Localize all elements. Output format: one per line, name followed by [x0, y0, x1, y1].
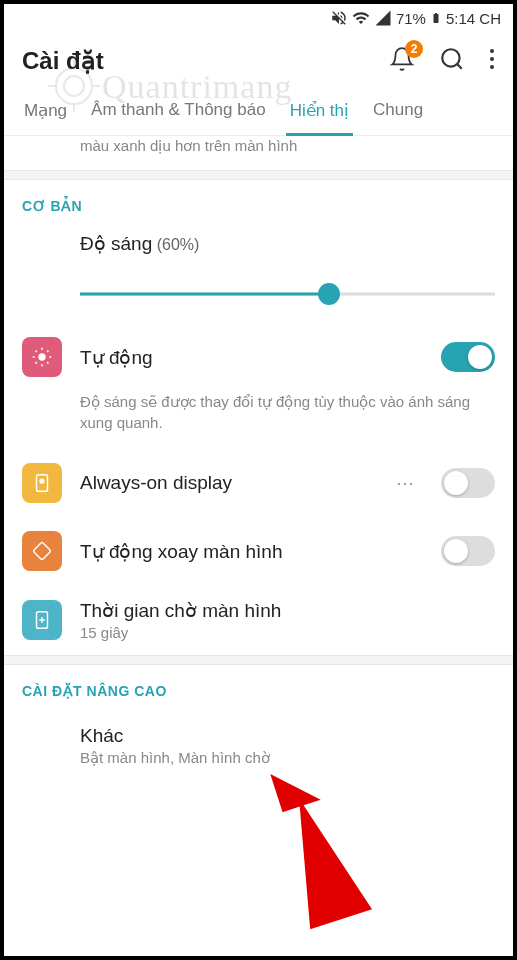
more-dots-icon[interactable]: ⋯ — [396, 472, 415, 494]
svg-rect-16 — [33, 542, 51, 560]
signal-icon — [374, 9, 392, 27]
notification-badge: 2 — [405, 40, 423, 58]
always-on-label: Always-on display — [80, 472, 378, 494]
wifi-icon — [352, 9, 370, 27]
screen-timeout-label: Thời gian chờ màn hình — [80, 599, 495, 622]
screen-timeout-value: 15 giây — [80, 624, 495, 641]
status-time: 5:14 CH — [446, 10, 501, 27]
search-button[interactable] — [439, 46, 465, 76]
svg-point-0 — [442, 49, 459, 66]
other-sub: Bật màn hình, Màn hình chờ — [80, 749, 495, 767]
svg-line-1 — [457, 64, 462, 69]
status-bar: 71% 5:14 CH — [4, 4, 513, 32]
partial-previous-item: màu xanh dịu hơn trên màn hình — [4, 136, 513, 170]
auto-rotate-row[interactable]: Tự động xoay màn hình — [4, 517, 513, 585]
tab-sound[interactable]: Âm thanh & Thông báo — [79, 86, 278, 135]
svg-point-4 — [490, 65, 494, 69]
always-on-toggle[interactable] — [441, 468, 495, 498]
more-button[interactable] — [489, 48, 495, 74]
svg-point-5 — [38, 354, 45, 361]
always-on-row[interactable]: Always-on display ⋯ — [4, 449, 513, 517]
timeout-icon — [22, 600, 62, 640]
auto-brightness-label: Tự động — [80, 346, 423, 369]
section-advanced-header: CÀI ĐẶT NÂNG CAO — [4, 665, 513, 711]
auto-brightness-row[interactable]: Tự động — [4, 323, 513, 391]
brightness-percent: (60%) — [157, 236, 200, 253]
other-label: Khác — [80, 725, 495, 747]
divider — [4, 170, 513, 180]
svg-point-3 — [490, 57, 494, 61]
brightness-auto-icon — [22, 337, 62, 377]
auto-brightness-desc: Độ sáng sẽ được thay đổi tự động tùy thu… — [4, 391, 513, 449]
battery-percent: 71% — [396, 10, 426, 27]
other-row[interactable]: Khác Bật màn hình, Màn hình chờ — [4, 711, 513, 781]
mute-icon — [330, 9, 348, 27]
screen-timeout-row[interactable]: Thời gian chờ màn hình 15 giây — [4, 585, 513, 655]
svg-point-15 — [40, 480, 44, 484]
always-on-icon — [22, 463, 62, 503]
tab-network[interactable]: Mạng — [12, 86, 79, 135]
rotate-icon — [22, 531, 62, 571]
svg-point-2 — [490, 49, 494, 53]
auto-rotate-label: Tự động xoay màn hình — [80, 540, 423, 563]
svg-line-8 — [36, 351, 37, 352]
svg-line-12 — [36, 362, 37, 363]
notifications-button[interactable]: 2 — [389, 46, 415, 76]
slider-thumb[interactable] — [318, 283, 340, 305]
tab-display[interactable]: Hiển thị — [278, 86, 361, 135]
brightness-row[interactable]: Độ sáng (60%) — [4, 226, 513, 261]
battery-icon — [430, 9, 442, 27]
section-basic-header: CƠ BẢN — [4, 180, 513, 226]
svg-line-9 — [47, 362, 48, 363]
settings-tabs: Mạng Âm thanh & Thông báo Hiển thị Chung — [4, 86, 513, 136]
tab-general[interactable]: Chung — [361, 86, 435, 135]
brightness-label: Độ sáng — [80, 233, 152, 254]
svg-line-13 — [47, 351, 48, 352]
app-header: Cài đặt 2 — [4, 32, 513, 86]
brightness-slider[interactable] — [80, 283, 495, 305]
settings-content[interactable]: màu xanh dịu hơn trên màn hình CƠ BẢN Độ… — [4, 136, 513, 952]
auto-brightness-toggle[interactable] — [441, 342, 495, 372]
page-title: Cài đặt — [22, 47, 377, 75]
auto-rotate-toggle[interactable] — [441, 536, 495, 566]
divider — [4, 655, 513, 665]
